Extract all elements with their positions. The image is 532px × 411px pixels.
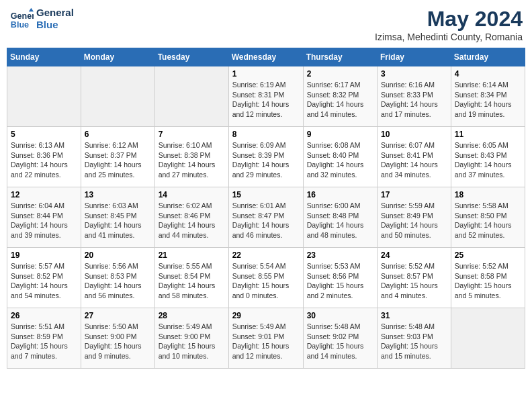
day-number: 8 bbox=[232, 130, 300, 139]
calendar-cell: 11Sunrise: 6:05 AMSunset: 8:43 PMDayligh… bbox=[451, 127, 525, 187]
day-info: Sunrise: 6:16 AMSunset: 8:33 PMDaylight:… bbox=[381, 80, 447, 120]
day-number: 16 bbox=[307, 190, 373, 199]
calendar-cell bbox=[451, 308, 525, 369]
day-number: 21 bbox=[159, 250, 225, 260]
day-number: 28 bbox=[159, 311, 225, 320]
svg-text:Blue: Blue bbox=[11, 20, 29, 30]
day-number: 17 bbox=[381, 190, 447, 199]
day-number: 13 bbox=[85, 190, 151, 199]
calendar-cell: 12Sunrise: 6:04 AMSunset: 8:44 PMDayligh… bbox=[7, 187, 81, 248]
day-number: 31 bbox=[381, 311, 447, 320]
day-number: 12 bbox=[11, 190, 77, 199]
calendar-cell: 3Sunrise: 6:16 AMSunset: 8:33 PMDaylight… bbox=[378, 66, 451, 127]
day-info: Sunrise: 6:04 AMSunset: 8:44 PMDaylight:… bbox=[11, 201, 77, 240]
day-of-week-header: Thursday bbox=[303, 48, 377, 66]
logo: General Blue General Blue bbox=[9, 7, 74, 31]
day-number: 20 bbox=[85, 250, 151, 260]
calendar-cell bbox=[7, 66, 81, 127]
title-block: May 2024 Izimsa, Mehedinti County, Roman… bbox=[375, 7, 523, 42]
calendar-cell: 29Sunrise: 5:49 AMSunset: 9:01 PMDayligh… bbox=[228, 308, 303, 369]
calendar-cell: 19Sunrise: 5:57 AMSunset: 8:52 PMDayligh… bbox=[7, 248, 81, 308]
day-info: Sunrise: 5:56 AMSunset: 8:53 PMDaylight:… bbox=[85, 261, 151, 301]
day-number: 3 bbox=[381, 69, 447, 79]
calendar-cell: 6Sunrise: 6:12 AMSunset: 8:37 PMDaylight… bbox=[81, 127, 154, 187]
page-header: General Blue General Blue May 2024 Izims… bbox=[7, 7, 525, 42]
day-number: 1 bbox=[232, 69, 300, 79]
day-number: 29 bbox=[232, 311, 300, 320]
calendar-table: SundayMondayTuesdayWednesdayThursdayFrid… bbox=[7, 48, 525, 369]
day-info: Sunrise: 6:00 AMSunset: 8:48 PMDaylight:… bbox=[307, 201, 373, 240]
day-info: Sunrise: 6:17 AMSunset: 8:32 PMDaylight:… bbox=[307, 80, 373, 120]
calendar-cell: 14Sunrise: 6:02 AMSunset: 8:46 PMDayligh… bbox=[154, 187, 228, 248]
calendar-cell: 8Sunrise: 6:09 AMSunset: 8:39 PMDaylight… bbox=[228, 127, 303, 187]
day-number: 26 bbox=[11, 311, 77, 320]
calendar-cell: 28Sunrise: 5:49 AMSunset: 9:00 PMDayligh… bbox=[154, 308, 228, 369]
day-info: Sunrise: 5:50 AMSunset: 9:00 PMDaylight:… bbox=[85, 322, 151, 361]
calendar-cell: 18Sunrise: 5:58 AMSunset: 8:50 PMDayligh… bbox=[451, 187, 525, 248]
svg-marker-2 bbox=[29, 8, 34, 11]
calendar-cell: 27Sunrise: 5:50 AMSunset: 9:00 PMDayligh… bbox=[81, 308, 154, 369]
calendar-cell bbox=[154, 66, 228, 127]
calendar-cell: 13Sunrise: 6:03 AMSunset: 8:45 PMDayligh… bbox=[81, 187, 154, 248]
day-number: 22 bbox=[232, 250, 300, 260]
day-info: Sunrise: 6:03 AMSunset: 8:45 PMDaylight:… bbox=[85, 201, 151, 240]
calendar-cell bbox=[81, 66, 154, 127]
logo-line2: Blue bbox=[36, 19, 74, 31]
day-number: 18 bbox=[455, 190, 521, 199]
day-number: 6 bbox=[85, 130, 151, 139]
calendar-cell: 20Sunrise: 5:56 AMSunset: 8:53 PMDayligh… bbox=[81, 248, 154, 308]
calendar-cell: 16Sunrise: 6:00 AMSunset: 8:48 PMDayligh… bbox=[303, 187, 377, 248]
calendar-cell: 23Sunrise: 5:53 AMSunset: 8:56 PMDayligh… bbox=[303, 248, 377, 308]
day-number: 4 bbox=[455, 69, 521, 79]
day-info: Sunrise: 5:48 AMSunset: 9:02 PMDaylight:… bbox=[307, 322, 373, 361]
calendar-cell: 15Sunrise: 6:01 AMSunset: 8:47 PMDayligh… bbox=[228, 187, 303, 248]
calendar-cell: 31Sunrise: 5:48 AMSunset: 9:03 PMDayligh… bbox=[378, 308, 451, 369]
day-of-week-header: Wednesday bbox=[228, 48, 303, 66]
day-number: 30 bbox=[307, 311, 373, 320]
calendar-cell: 2Sunrise: 6:17 AMSunset: 8:32 PMDaylight… bbox=[303, 66, 377, 127]
calendar-cell: 7Sunrise: 6:10 AMSunset: 8:38 PMDaylight… bbox=[154, 127, 228, 187]
day-number: 19 bbox=[11, 250, 77, 260]
day-info: Sunrise: 5:51 AMSunset: 8:59 PMDaylight:… bbox=[11, 322, 77, 361]
day-info: Sunrise: 6:05 AMSunset: 8:43 PMDaylight:… bbox=[455, 140, 521, 180]
day-info: Sunrise: 6:09 AMSunset: 8:39 PMDaylight:… bbox=[232, 140, 300, 180]
day-of-week-header: Saturday bbox=[451, 48, 525, 66]
day-info: Sunrise: 5:57 AMSunset: 8:52 PMDaylight:… bbox=[11, 261, 77, 301]
day-of-week-header: Sunday bbox=[7, 48, 81, 66]
calendar-cell: 30Sunrise: 5:48 AMSunset: 9:02 PMDayligh… bbox=[303, 308, 377, 369]
day-number: 15 bbox=[232, 190, 300, 199]
day-info: Sunrise: 6:12 AMSunset: 8:37 PMDaylight:… bbox=[85, 140, 151, 180]
logo-line1: General bbox=[36, 7, 74, 19]
logo-icon: General Blue bbox=[9, 7, 34, 31]
day-info: Sunrise: 6:02 AMSunset: 8:46 PMDaylight:… bbox=[159, 201, 225, 240]
calendar-cell: 17Sunrise: 5:59 AMSunset: 8:49 PMDayligh… bbox=[378, 187, 451, 248]
day-info: Sunrise: 5:49 AMSunset: 9:01 PMDaylight:… bbox=[232, 322, 300, 361]
calendar-cell: 5Sunrise: 6:13 AMSunset: 8:36 PMDaylight… bbox=[7, 127, 81, 187]
day-info: Sunrise: 6:08 AMSunset: 8:40 PMDaylight:… bbox=[307, 140, 373, 180]
day-number: 5 bbox=[11, 130, 77, 139]
day-number: 10 bbox=[381, 130, 447, 139]
day-number: 11 bbox=[455, 130, 521, 139]
day-number: 9 bbox=[307, 130, 373, 139]
day-info: Sunrise: 5:48 AMSunset: 9:03 PMDaylight:… bbox=[381, 322, 447, 361]
day-number: 27 bbox=[85, 311, 151, 320]
day-of-week-header: Monday bbox=[81, 48, 154, 66]
location-subtitle: Izimsa, Mehedinti County, Romania bbox=[375, 32, 523, 42]
day-info: Sunrise: 6:14 AMSunset: 8:34 PMDaylight:… bbox=[455, 80, 521, 120]
day-info: Sunrise: 5:54 AMSunset: 8:55 PMDaylight:… bbox=[232, 261, 300, 301]
day-number: 2 bbox=[307, 69, 373, 79]
month-title: May 2024 bbox=[375, 7, 523, 32]
day-info: Sunrise: 5:59 AMSunset: 8:49 PMDaylight:… bbox=[381, 201, 447, 240]
day-of-week-header: Friday bbox=[378, 48, 451, 66]
calendar-cell: 4Sunrise: 6:14 AMSunset: 8:34 PMDaylight… bbox=[451, 66, 525, 127]
day-of-week-header: Tuesday bbox=[154, 48, 228, 66]
day-info: Sunrise: 6:13 AMSunset: 8:36 PMDaylight:… bbox=[11, 140, 77, 180]
day-info: Sunrise: 5:55 AMSunset: 8:54 PMDaylight:… bbox=[159, 261, 225, 301]
day-info: Sunrise: 5:52 AMSunset: 8:58 PMDaylight:… bbox=[455, 261, 521, 301]
calendar-cell: 26Sunrise: 5:51 AMSunset: 8:59 PMDayligh… bbox=[7, 308, 81, 369]
calendar-cell: 22Sunrise: 5:54 AMSunset: 8:55 PMDayligh… bbox=[228, 248, 303, 308]
calendar-cell: 25Sunrise: 5:52 AMSunset: 8:58 PMDayligh… bbox=[451, 248, 525, 308]
day-number: 14 bbox=[159, 190, 225, 199]
calendar-cell: 9Sunrise: 6:08 AMSunset: 8:40 PMDaylight… bbox=[303, 127, 377, 187]
day-info: Sunrise: 6:01 AMSunset: 8:47 PMDaylight:… bbox=[232, 201, 300, 240]
